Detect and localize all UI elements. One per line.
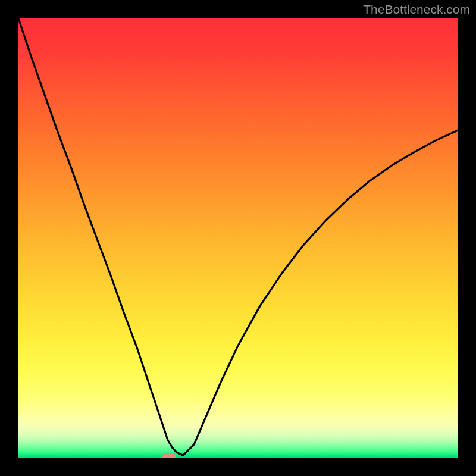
bottleneck-curve [18,18,458,458]
watermark-text: TheBottleneck.com [363,2,470,17]
chart-frame: TheBottleneck.com [0,0,476,476]
plot-area [18,18,458,458]
optimal-marker [162,453,176,458]
